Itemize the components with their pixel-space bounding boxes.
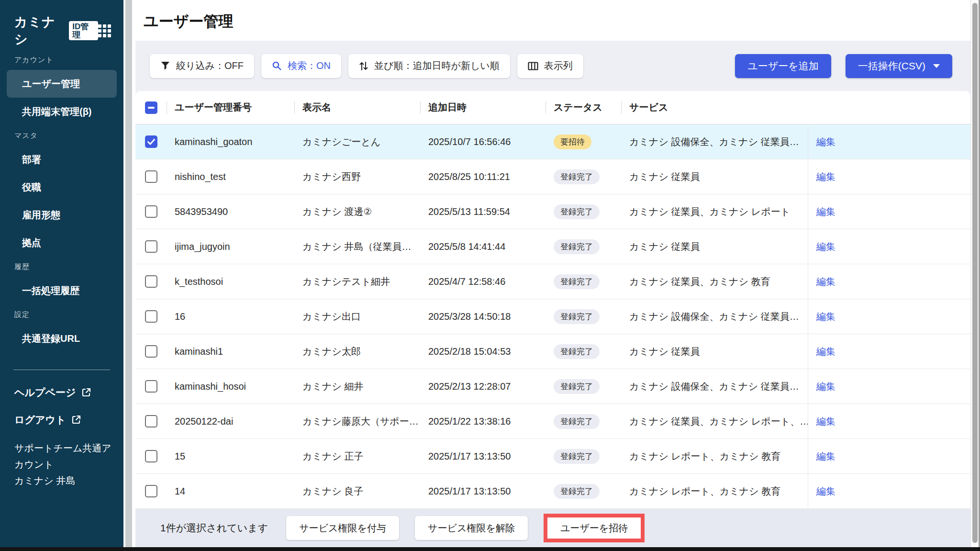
columns-button-label: 表示列 <box>544 59 573 72</box>
table-row[interactable]: 15 カミナシ 正子 2025/1/17 13:13:50 登録完了 カミナシ … <box>135 439 970 474</box>
cell-display-name: カミナシ藤原大（サポー… <box>294 415 420 428</box>
row-checkbox[interactable] <box>145 380 157 393</box>
col-header-added: 追加日時 <box>420 101 546 114</box>
row-checkbox[interactable] <box>145 170 157 183</box>
status-badge: 登録完了 <box>554 274 600 289</box>
main-content: ユーザー管理 絞り込み：OFF 検索：ON <box>135 0 970 547</box>
action-button-0[interactable]: サービス権限を付与 <box>286 516 399 540</box>
cell-services: カミナシ 従業員、カミナシ 教育 <box>621 275 808 288</box>
table-row[interactable]: kaminashi_hosoi カミナシ 細井 2025/2/13 12:28:… <box>135 369 970 404</box>
action-button-1[interactable]: サービス権限を解除 <box>415 516 528 540</box>
cell-display-name: カミナシ出口 <box>294 310 420 323</box>
sidebar-divider <box>13 370 110 370</box>
sidebar-item-2-0[interactable]: 一括処理履歴 <box>7 277 117 304</box>
columns-icon <box>528 62 538 70</box>
columns-button[interactable]: 表示列 <box>517 54 583 78</box>
sidebar-item-1-3[interactable]: 拠点 <box>7 229 117 257</box>
table-row[interactable]: kaminashi_goaton カミナシごーとん 2025/10/7 16:5… <box>135 124 970 159</box>
filter-button[interactable]: 絞り込み：OFF <box>150 54 254 78</box>
sidebar-item-0-0[interactable]: ユーザー管理 <box>7 70 117 98</box>
cell-added-datetime: 2025/1/17 13:13:50 <box>420 451 546 462</box>
sidebar: カミナシ ID管理 アカウント ユーザー管理共用端末管理(β) マスタ 部署役職… <box>0 0 123 547</box>
sidebar-link[interactable]: ヘルプページ <box>7 379 117 406</box>
cell-services: カミナシ 設備保全、カミナシ 従業員… <box>621 380 808 393</box>
row-checkbox[interactable] <box>145 310 157 323</box>
select-all-checkbox[interactable] <box>145 101 157 114</box>
edit-link[interactable]: 編集 <box>816 415 835 428</box>
row-checkbox[interactable] <box>145 240 157 253</box>
action-button-2[interactable]: ユーザーを招待 <box>547 517 641 539</box>
table-row[interactable]: 14 カミナシ 良子 2025/1/17 13:13:50 登録完了 カミナシ … <box>135 474 970 509</box>
row-checkbox[interactable] <box>145 275 157 288</box>
toolbar: 絞り込み：OFF 検索：ON 並び順：追加日時が新しい順 <box>135 41 970 91</box>
table-row[interactable]: ijima_jugyoin カミナシ 井島（従業員… 2025/5/8 14:4… <box>135 229 970 264</box>
sidebar-item-3-0[interactable]: 共通登録URL <box>7 325 117 352</box>
table-row[interactable]: k_testhosoi カミナシテスト細井 2025/4/7 12:58:46 … <box>135 264 970 299</box>
table-row[interactable]: 20250122-dai カミナシ藤原大（サポー… 2025/1/22 13:3… <box>135 404 970 439</box>
table-header-row: ユーザー管理番号 表示名 追加日時 ステータス サービス <box>135 91 970 124</box>
status-badge: 登録完了 <box>554 309 600 324</box>
status-badge: 登録完了 <box>554 204 600 219</box>
search-button[interactable]: 検索：ON <box>261 54 341 78</box>
sidebar-link[interactable]: ログアウト <box>7 406 117 433</box>
row-checkbox[interactable] <box>145 450 157 462</box>
row-checkbox[interactable] <box>145 415 157 427</box>
sidebar-item-1-0[interactable]: 部署 <box>7 146 117 173</box>
row-checkbox[interactable] <box>145 345 157 358</box>
status-badge: 登録完了 <box>554 414 600 429</box>
bulk-operations-button[interactable]: 一括操作(CSV) <box>846 54 952 78</box>
cell-display-name: カミナシテスト細井 <box>294 275 420 288</box>
table-row[interactable]: kaminashi1 カミナシ太郎 2025/2/18 15:04:53 登録完… <box>135 334 970 369</box>
filter-button-label: 絞り込み：OFF <box>176 59 244 72</box>
edit-link[interactable]: 編集 <box>816 275 835 288</box>
cell-user-id: 20250122-dai <box>167 416 294 427</box>
edit-link[interactable]: 編集 <box>816 135 835 148</box>
edit-link[interactable]: 編集 <box>816 485 835 498</box>
cell-display-name: カミナシ太郎 <box>294 345 420 358</box>
account-info: サポートチーム共通アカウントカミナシ 井島 <box>0 440 123 489</box>
table-header-select <box>135 101 167 114</box>
sort-button[interactable]: 並び順：追加日時が新しい順 <box>348 54 510 78</box>
add-user-button-label: ユーザーを追加 <box>747 59 818 73</box>
edit-link[interactable]: 編集 <box>816 205 835 218</box>
sidebar-section-label: 履歴 <box>7 257 117 277</box>
row-checkbox[interactable] <box>145 205 157 218</box>
cell-services: カミナシ レポート、カミナシ 教育 <box>621 485 808 498</box>
sidebar-scrollbar-thumb[interactable] <box>125 0 132 547</box>
edit-link[interactable]: 編集 <box>816 345 835 358</box>
cell-user-id: 14 <box>167 486 294 497</box>
sidebar-item-1-1[interactable]: 役職 <box>7 173 117 201</box>
cell-user-id: kaminashi1 <box>167 346 294 357</box>
status-badge: 登録完了 <box>554 344 600 359</box>
page-scrollbar[interactable] <box>970 0 980 547</box>
cell-services: カミナシ 従業員 <box>621 170 808 183</box>
edit-link[interactable]: 編集 <box>816 310 835 323</box>
row-checkbox[interactable] <box>145 485 157 497</box>
users-table: ユーザー管理番号 表示名 追加日時 ステータス サービス kaminashi_g… <box>135 91 970 509</box>
edit-link[interactable]: 編集 <box>816 240 835 253</box>
edit-link[interactable]: 編集 <box>816 380 835 393</box>
cell-added-datetime: 2025/1/22 13:38:16 <box>420 416 546 427</box>
sidebar-item-0-1[interactable]: 共用端末管理(β) <box>7 98 117 125</box>
cell-services: カミナシ 従業員 <box>621 240 808 253</box>
table-row[interactable]: 16 カミナシ出口 2025/3/28 14:50:18 登録完了 カミナシ 設… <box>135 299 970 334</box>
cell-user-id: ijima_jugyoin <box>167 241 294 252</box>
edit-link[interactable]: 編集 <box>816 170 835 183</box>
cell-display-name: カミナシ 細井 <box>294 380 420 393</box>
status-badge: 登録完了 <box>554 169 600 184</box>
page-scrollbar-thumb[interactable] <box>972 3 978 543</box>
cell-services: カミナシ レポート、カミナシ 教育 <box>621 450 808 463</box>
external-link-icon <box>81 387 91 397</box>
apps-grid-icon[interactable] <box>98 24 111 37</box>
row-checkbox[interactable] <box>145 135 157 148</box>
sidebar-item-1-2[interactable]: 雇用形態 <box>7 201 117 229</box>
app-window: カミナシ ID管理 アカウント ユーザー管理共用端末管理(β) マスタ 部署役職… <box>0 0 980 551</box>
action-buttons: サービス権限を付与サービス権限を解除ユーザーを招待 <box>286 514 645 542</box>
table-row[interactable]: 5843953490 カミナシ 渡邊② 2025/5/13 11:59:54 登… <box>135 194 970 229</box>
edit-link[interactable]: 編集 <box>816 450 835 463</box>
selection-action-bar: 1件が選択されています サービス権限を付与サービス権限を解除ユーザーを招待 <box>135 509 970 547</box>
table-row[interactable]: nishino_test カミナシ西野 2025/8/25 10:11:21 登… <box>135 159 970 194</box>
add-user-button[interactable]: ユーザーを追加 <box>735 54 831 78</box>
sidebar-scrollbar[interactable] <box>123 0 135 547</box>
selection-count-text: 1件が選択されています <box>160 521 268 535</box>
